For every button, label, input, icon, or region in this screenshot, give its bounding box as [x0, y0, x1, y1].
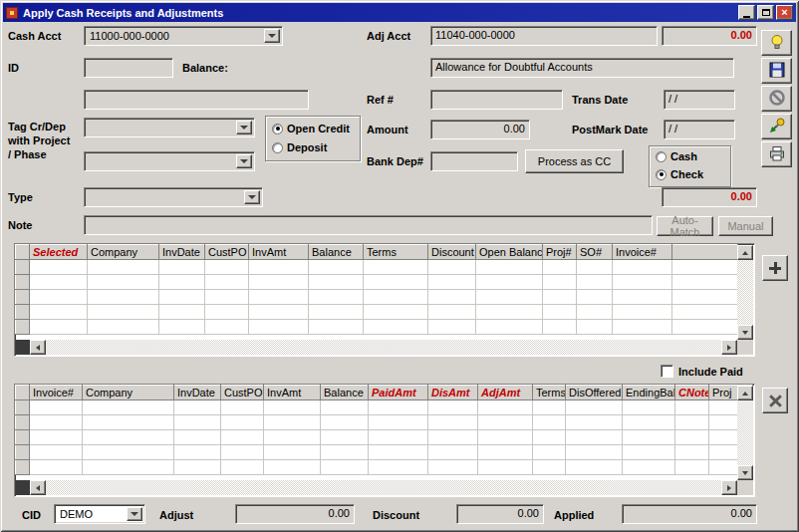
- row-selector-cell[interactable]: [16, 320, 30, 335]
- grid-cell[interactable]: [478, 400, 533, 415]
- grid-cell[interactable]: [478, 460, 533, 475]
- grid-cell[interactable]: [566, 400, 623, 415]
- grid-cell[interactable]: [369, 460, 428, 475]
- scroll-down-button[interactable]: [737, 325, 753, 340]
- grid-cell[interactable]: [675, 460, 709, 475]
- grid-cell[interactable]: [675, 400, 709, 415]
- grid-cell[interactable]: [309, 305, 364, 320]
- grid-cell[interactable]: [543, 320, 577, 335]
- cid-dropdown-button[interactable]: [127, 507, 142, 521]
- applied-invoices-grid[interactable]: Invoice# Company InvDate CustPO InvAmt B…: [14, 384, 755, 497]
- grid-cell[interactable]: [159, 275, 205, 290]
- grid-cell[interactable]: [623, 460, 675, 475]
- grid-cell[interactable]: [428, 320, 476, 335]
- grid-cell[interactable]: [309, 290, 364, 305]
- grid2-horizontal-scrollbar[interactable]: [30, 480, 737, 495]
- grid-row[interactable]: [16, 460, 753, 475]
- type-dropdown-button[interactable]: [244, 190, 260, 204]
- grid-cell[interactable]: [30, 275, 88, 290]
- grid-cell[interactable]: [428, 290, 476, 305]
- grid-cell[interactable]: [675, 415, 709, 430]
- grid-cell[interactable]: [264, 445, 321, 460]
- grid-cell[interactable]: [309, 260, 364, 275]
- grid-cell[interactable]: [613, 305, 672, 320]
- grid-cell[interactable]: [364, 305, 428, 320]
- grid-cell[interactable]: [321, 430, 369, 445]
- grid-cell[interactable]: [174, 460, 221, 475]
- tag-project-combo[interactable]: [84, 118, 255, 137]
- grid-cell[interactable]: [672, 275, 738, 290]
- grid-cell[interactable]: [321, 415, 369, 430]
- grid-cell[interactable]: [249, 305, 309, 320]
- include-paid-checkbox[interactable]: [661, 365, 673, 378]
- ref-field[interactable]: [430, 90, 563, 110]
- type-combo[interactable]: [84, 187, 263, 207]
- grid-cell[interactable]: [221, 445, 264, 460]
- grid1-vertical-scrollbar[interactable]: [737, 245, 753, 340]
- grid-cell[interactable]: [30, 260, 88, 275]
- grid-cell[interactable]: [369, 445, 428, 460]
- grid-cell[interactable]: [623, 445, 675, 460]
- grid-cell[interactable]: [675, 430, 709, 445]
- tag-phase-dropdown-button[interactable]: [236, 154, 252, 168]
- row-selector-cell[interactable]: [16, 460, 30, 475]
- grid-cell[interactable]: [249, 320, 309, 335]
- grid-cell[interactable]: [221, 415, 264, 430]
- grid-cell[interactable]: [613, 290, 672, 305]
- grid-cell[interactable]: [83, 445, 174, 460]
- grid-cell[interactable]: [577, 320, 613, 335]
- remove-row-button[interactable]: [762, 388, 788, 413]
- grid-cell[interactable]: [478, 445, 533, 460]
- grid-cell[interactable]: [88, 320, 159, 335]
- grid-cell[interactable]: [88, 260, 159, 275]
- help-button[interactable]: [761, 30, 792, 56]
- grid-cell[interactable]: [30, 445, 83, 460]
- grid-cell[interactable]: [221, 430, 264, 445]
- cid-combo[interactable]: DEMO: [54, 504, 145, 524]
- grid-row[interactable]: [16, 445, 753, 460]
- scroll-right-button[interactable]: [721, 480, 737, 495]
- grid-cell[interactable]: [159, 305, 205, 320]
- grid-cell[interactable]: [476, 260, 543, 275]
- cash-radio[interactable]: [656, 151, 666, 162]
- grid-cell[interactable]: [428, 275, 476, 290]
- cash-option[interactable]: Cash: [656, 150, 697, 162]
- grid-cell[interactable]: [321, 460, 369, 475]
- grid-cell[interactable]: [623, 400, 675, 415]
- grid-cell[interactable]: [88, 305, 159, 320]
- grid-cell[interactable]: [174, 415, 221, 430]
- grid-cell[interactable]: [428, 400, 478, 415]
- grid-row[interactable]: [16, 320, 738, 335]
- row-selector-cell[interactable]: [16, 430, 30, 445]
- grid-cell[interactable]: [264, 415, 321, 430]
- grid-cell[interactable]: [159, 290, 205, 305]
- titlebar[interactable]: Apply Cash Receipts and Adjustments ×: [3, 3, 796, 22]
- grid-cell[interactable]: [428, 445, 478, 460]
- tag-phase-combo[interactable]: [84, 151, 255, 171]
- grid-cell[interactable]: [30, 430, 83, 445]
- grid-cell[interactable]: [533, 430, 566, 445]
- grid-cell[interactable]: [30, 415, 83, 430]
- grid-cell[interactable]: [613, 260, 672, 275]
- row-selector-cell[interactable]: [16, 260, 30, 275]
- row-selector-cell[interactable]: [16, 400, 30, 415]
- grid-row[interactable]: [16, 305, 738, 320]
- grid-cell[interactable]: [476, 320, 543, 335]
- grid-row[interactable]: [16, 430, 753, 445]
- grid-cell[interactable]: [30, 460, 83, 475]
- grid-cell[interactable]: [566, 415, 623, 430]
- row-selector-cell[interactable]: [16, 305, 30, 320]
- minimize-button[interactable]: [738, 5, 755, 20]
- amount-field[interactable]: 0.00: [430, 120, 530, 139]
- grid-cell[interactable]: [476, 305, 543, 320]
- process-as-cc-button[interactable]: Process as CC: [525, 149, 624, 173]
- scroll-down-button[interactable]: [737, 465, 753, 480]
- grid-cell[interactable]: [83, 415, 174, 430]
- grid-cell[interactable]: [30, 400, 83, 415]
- maximize-button[interactable]: [757, 5, 774, 20]
- grid-cell[interactable]: [543, 305, 577, 320]
- grid-cell[interactable]: [543, 260, 577, 275]
- grid-cell[interactable]: [249, 260, 309, 275]
- grid-row[interactable]: [16, 260, 738, 275]
- grid-cell[interactable]: [83, 430, 174, 445]
